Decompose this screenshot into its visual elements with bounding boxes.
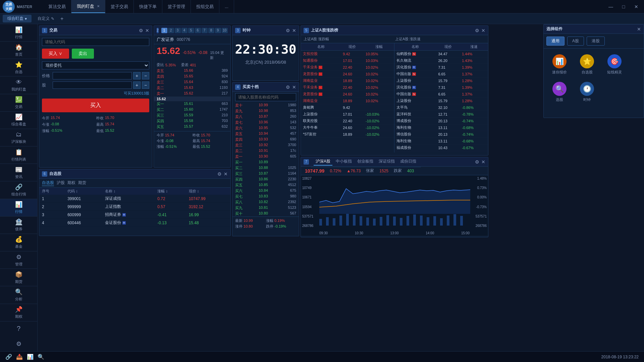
comp-filter-hkstock[interactable]: 港股 <box>587 37 605 46</box>
tab-quick-order[interactable]: 快捷下单 <box>134 0 162 13</box>
clock-settings-icon[interactable]: ⚙ <box>286 28 290 33</box>
svg-rect-20 <box>453 214 456 226</box>
settings-button[interactable]: ⚙ <box>0 336 37 351</box>
sidebar-item-block[interactable]: 🗂 沪深板块 <box>0 129 37 146</box>
trade-close-icon[interactable]: ✕ <box>145 28 149 33</box>
order-type-select[interactable]: 现价委托 <box>42 61 149 69</box>
page-tab-6[interactable]: 6 <box>195 28 201 33</box>
tab-my-monitor[interactable]: 我的盯盘 ✕ <box>71 0 105 13</box>
comp-filter-general[interactable]: 通用 <box>546 37 565 46</box>
tab-basket-trade[interactable]: 篮子交易 <box>105 0 134 13</box>
comp-filter-astock[interactable]: A股 <box>567 37 584 46</box>
index-tab-small[interactable]: 中小板指 <box>334 158 354 166</box>
index-tab-daily[interactable]: 成份日指 <box>398 158 418 166</box>
page-tab-1[interactable]: 1 <box>161 28 167 33</box>
watchlist-settings-icon[interactable]: ⚙ <box>217 171 222 177</box>
watchlist-tab-my[interactable]: 自选股 <box>42 180 54 186</box>
open-label: 今开 <box>42 116 49 121</box>
watchlist-tabs: 自选股 沪股 期权 期货 <box>39 179 230 188</box>
buy-button[interactable]: 买入 ∨ <box>42 49 69 59</box>
watchlist-tab-shanghai[interactable]: 沪股 <box>57 180 65 186</box>
sidebar-item-news[interactable]: 📰 资讯 <box>0 164 37 181</box>
watchlist-tab-options[interactable]: 期权 <box>67 180 75 186</box>
sidebar-item-quote-active[interactable]: 📊 行情 <box>0 199 37 217</box>
tab-close-icon[interactable]: ✕ <box>97 4 100 8</box>
sidebar-item-market[interactable]: 📊 行情 <box>0 24 37 42</box>
order10-settings-icon[interactable]: ⚙ <box>286 84 290 90</box>
comp-icon-clock[interactable]: 🕐 时钟 <box>575 80 599 104</box>
sidebar-item-manage[interactable]: ⚙ 管理 <box>0 251 37 269</box>
price-decrease-button[interactable]: − <box>142 72 149 79</box>
svg-rect-0 <box>319 219 322 226</box>
page-tab-8[interactable]: 8 <box>208 28 214 33</box>
clock-time: 22:30:30 <box>232 35 299 59</box>
index-tab-szcomp[interactable]: 深证综指 <box>377 158 397 166</box>
comp-icon-stock-pick[interactable]: 🔍 选股 <box>548 80 571 104</box>
buy-confirm-button[interactable]: 买入 <box>42 99 149 112</box>
subtab-comprehensive[interactable]: 综合盯盘 ▾ <box>3 15 32 22</box>
tab-more[interactable]: ... <box>219 0 234 13</box>
page-tab-2[interactable]: 2 <box>168 28 174 33</box>
page-tab-4[interactable]: 4 <box>181 28 187 33</box>
rise-close-icon[interactable]: ✕ <box>481 28 485 33</box>
mini-quote-icon: 📊 <box>552 54 567 68</box>
tab-portfolio-trade[interactable]: 投组交易 <box>191 0 219 13</box>
rise-settings-icon[interactable]: ⚙ <box>475 28 479 33</box>
maximize-button[interactable]: □ <box>619 3 629 10</box>
comp-icon-watchlist[interactable]: ⭐ 自选股 <box>575 53 599 76</box>
tab-basket-manage[interactable]: 篮子管理 <box>162 0 191 13</box>
sidebar-item-mymonitor[interactable]: 👁 我的盯盘 <box>0 76 37 94</box>
zhang-jia-val: 1525 <box>379 169 388 173</box>
share-input[interactable] <box>53 81 132 89</box>
sidebar-item-trade[interactable]: 💹 交易 <box>0 94 37 112</box>
index-tab-sha[interactable]: 沪深A股 <box>314 158 332 166</box>
price-increase-button[interactable]: + <box>133 72 141 79</box>
clock-close-icon[interactable]: ✕ <box>292 28 296 33</box>
sidebar-item-futures[interactable]: 📦 期货 <box>0 269 37 286</box>
sidebar-item-bond[interactable]: 🏦 债券 <box>0 217 37 234</box>
share-decrease-button[interactable]: − <box>142 81 149 89</box>
statusbar-link-icon[interactable]: 🔗 <box>5 354 12 360</box>
watchlist-close-icon[interactable]: ✕ <box>224 171 228 177</box>
x-label-5: 15:00 <box>461 231 470 235</box>
statusbar-chart-icon[interactable]: 📊 <box>27 354 34 360</box>
sell-button[interactable]: 卖出 <box>72 49 94 59</box>
comp-icon-short-genius[interactable]: 🎯 短线精灵 <box>603 53 626 76</box>
page-tab-10[interactable]: 10 <box>222 28 228 33</box>
minimize-button[interactable]: — <box>606 3 616 10</box>
page-tab-9[interactable]: 9 <box>215 28 221 33</box>
comp-select-close-icon[interactable]: ✕ <box>637 26 641 32</box>
statusbar-download-icon[interactable]: 📥 <box>16 354 23 360</box>
statusbar-search-icon[interactable]: 🔍 <box>38 354 44 360</box>
index-close-icon[interactable]: ✕ <box>481 159 485 165</box>
page-tab-7[interactable]: 7 <box>202 28 208 33</box>
sidebar-item-analysis[interactable]: 🔍 分析 <box>0 286 37 304</box>
page-tab-5[interactable]: 5 <box>188 28 194 33</box>
sidebar-item-overview[interactable]: 📈 综合看盘 <box>0 112 37 129</box>
index-tab-gem[interactable]: 创业板指 <box>355 158 375 166</box>
tab-algo-trade[interactable]: 算法交易 <box>43 0 71 13</box>
sidebar-item-options[interactable]: 📌 期权 <box>0 304 37 321</box>
subtab-add-button[interactable]: + <box>60 16 63 22</box>
index-settings-icon[interactable]: ⚙ <box>475 159 479 165</box>
order10-close-icon[interactable]: ✕ <box>292 84 296 90</box>
stock-code-input[interactable] <box>42 38 149 46</box>
rise-panel-title: 上证A股涨跌榜 <box>311 27 473 33</box>
close-button[interactable]: ✕ <box>631 3 641 10</box>
trade-settings-icon[interactable]: ⚙ <box>139 28 143 33</box>
order10-search-input[interactable] <box>235 93 296 101</box>
price-input[interactable] <box>53 72 132 79</box>
share-increase-button[interactable]: + <box>133 81 141 89</box>
sidebar-item-home[interactable]: 🏠 首页 <box>0 42 37 59</box>
sidebar-item-quotelist[interactable]: 📋 行情列表 <box>0 146 37 164</box>
sidebar-item-watchlist[interactable]: ⭐ 自选 <box>0 59 37 76</box>
low-value: 15.52 <box>105 128 114 133</box>
help-button[interactable]: ? <box>0 321 37 337</box>
comp-icon-mini-quote[interactable]: 📊 迷你报价 <box>548 53 571 76</box>
subtab-custom[interactable]: 自定义 ✎ <box>33 15 59 22</box>
sidebar-item-fund[interactable]: 💰 基金 <box>0 234 37 251</box>
orderbook-settings-icon[interactable]: ⚙ <box>230 28 231 33</box>
page-tab-3[interactable]: 3 <box>175 28 181 33</box>
watchlist-tab-futures[interactable]: 期货 <box>78 180 86 186</box>
sidebar-item-portfolio[interactable]: 🔗 组合行情 <box>0 181 37 199</box>
